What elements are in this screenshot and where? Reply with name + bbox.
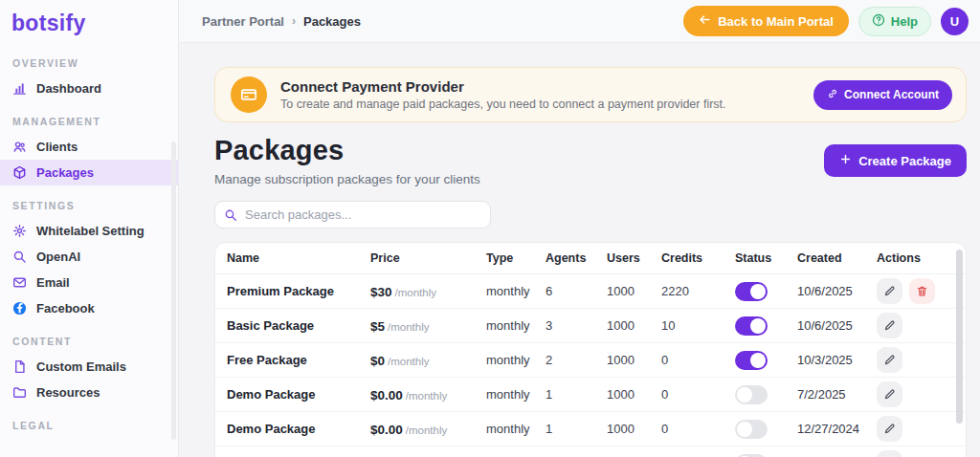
package-credits: 0 <box>661 387 735 402</box>
botsify-logo: botsify <box>0 0 178 43</box>
sidebar-item-clients[interactable]: Clients <box>0 134 178 160</box>
table-row: Free Package$0/monthlymonthly21000010/3/… <box>215 343 966 378</box>
package-type: monthly <box>486 318 546 333</box>
row-actions <box>877 347 966 373</box>
column-header-price: Price <box>370 251 486 265</box>
status-toggle[interactable] <box>735 420 768 439</box>
help-button[interactable]: Help <box>858 7 931 36</box>
chevron-right-icon: › <box>292 14 296 28</box>
package-type: monthly <box>486 284 546 298</box>
table-row: Demo Package$0.00/monthlymonthly1100007/… <box>215 378 966 412</box>
column-header-agents: Agents <box>546 251 607 265</box>
pencil-icon <box>883 388 896 401</box>
package-created-date: 10/6/2025 <box>797 284 877 298</box>
status-toggle[interactable] <box>735 282 768 301</box>
status-toggle[interactable] <box>735 454 768 457</box>
package-credits: 2220 <box>661 284 735 298</box>
users-icon <box>12 140 27 154</box>
toggle-knob <box>750 318 766 334</box>
edit-package-button[interactable] <box>877 313 902 338</box>
package-credits: 10 <box>661 318 735 333</box>
toggle-knob <box>750 353 766 368</box>
sidebar-scrollbar[interactable] <box>171 141 176 440</box>
sidebar-item-label: Custom Emails <box>36 359 126 374</box>
sidebar-item-dashboard[interactable]: Dashboard <box>0 76 178 101</box>
chart-bar-icon <box>12 81 27 96</box>
toggle-knob <box>750 284 766 299</box>
sidebar-item-packages[interactable]: Packages <box>0 160 178 185</box>
row-actions <box>877 416 966 442</box>
status-toggle[interactable] <box>735 385 768 404</box>
package-icon <box>12 165 27 180</box>
pencil-icon <box>883 319 896 332</box>
mail-icon <box>12 275 27 290</box>
arrow-left-icon <box>699 13 711 29</box>
package-type: monthly <box>486 422 546 436</box>
table-scrollbar[interactable] <box>956 250 963 424</box>
row-actions <box>877 381 966 407</box>
package-name: Premium Package <box>227 284 370 298</box>
sidebar-item-label: Resources <box>36 385 100 400</box>
search-input[interactable] <box>214 201 491 228</box>
payment-provider-banner: Connect Payment Provider To create and m… <box>214 67 967 122</box>
column-header-credits: Credits <box>661 251 735 265</box>
table-row: Demo Package$0.00/monthlymonthly11000012… <box>215 412 966 446</box>
sidebar-item-label: Dashboard <box>36 81 101 96</box>
sidebar: botsify OVERVIEWDashboardMANAGEMENTClien… <box>0 0 179 457</box>
delete-package-button[interactable] <box>909 278 935 304</box>
edit-package-button[interactable] <box>877 416 902 442</box>
gear-icon <box>12 224 27 238</box>
section-label-legal: LEGAL <box>12 420 178 431</box>
package-users: 1000 <box>607 353 661 367</box>
package-name: Free Package <box>227 353 370 367</box>
package-type: monthly <box>486 387 546 402</box>
folder-icon <box>12 385 27 400</box>
back-to-main-portal-button[interactable]: Back to Main Portal <box>683 6 849 36</box>
edit-package-button[interactable] <box>877 381 902 407</box>
package-agents: 2 <box>546 353 607 367</box>
pencil-icon <box>883 354 896 366</box>
topbar-actions: Back to Main Portal Help U <box>683 6 969 36</box>
sidebar-item-resources[interactable]: Resources <box>0 380 178 405</box>
package-name: Basic Package <box>227 318 370 333</box>
table-row: Premium Package$30/monthlymonthly6100022… <box>215 274 966 309</box>
package-price: $0.00/monthly <box>370 421 486 438</box>
section-label-settings: SETTINGS <box>12 200 178 211</box>
toggle-knob <box>737 387 752 403</box>
page-head-text: Packages Manage subscription packages fo… <box>214 135 480 186</box>
breadcrumb-packages: Packages <box>303 14 361 29</box>
user-avatar[interactable]: U <box>941 8 969 35</box>
edit-package-button[interactable] <box>877 347 902 373</box>
file-icon <box>12 359 27 374</box>
status-toggle[interactable] <box>735 316 768 336</box>
column-header-type: Type <box>486 251 546 265</box>
banner-title: Connect Payment Provider <box>280 78 726 95</box>
connect-account-button[interactable]: Connect Account <box>813 80 952 110</box>
table-body: Premium Package$30/monthlymonthly6100022… <box>215 274 966 457</box>
sidebar-item-label: Facebook <box>36 301 95 316</box>
trash-icon <box>916 285 928 297</box>
breadcrumb: Partner Portal › Packages <box>202 14 361 29</box>
sidebar-item-email[interactable]: Email <box>0 270 178 295</box>
section-label-content: CONTENT <box>12 336 178 347</box>
create-package-button[interactable]: Create Package <box>824 144 967 177</box>
sidebar-item-whitelabel-setting[interactable]: Whitelabel Setting <box>0 218 178 244</box>
package-agents: 3 <box>546 318 607 333</box>
breadcrumb-partner-portal[interactable]: Partner Portal <box>202 14 284 29</box>
sidebar-item-custom-emails[interactable]: Custom Emails <box>0 354 178 380</box>
sidebar-item-facebook[interactable]: Facebook <box>0 295 178 321</box>
page-title: Packages <box>214 135 480 166</box>
sidebar-item-openai[interactable]: OpenAI <box>0 244 178 270</box>
edit-package-button[interactable] <box>877 450 902 457</box>
pencil-icon <box>883 423 896 435</box>
package-created-date: 7/2/2025 <box>797 387 877 402</box>
edit-package-button[interactable] <box>877 278 902 304</box>
status-toggle[interactable] <box>735 351 768 370</box>
package-price: $5/monthly <box>370 317 486 335</box>
packages-table: NamePriceTypeAgentsUsersCreditsStatusCre… <box>214 242 967 457</box>
page-content: Connect Payment Provider To create and m… <box>179 43 980 457</box>
package-credits: 0 <box>661 353 735 367</box>
column-header-users: Users <box>607 251 661 265</box>
package-credits: 0 <box>661 422 735 436</box>
sidebar-nav: OVERVIEWDashboardMANAGEMENTClientsPackag… <box>0 57 178 431</box>
